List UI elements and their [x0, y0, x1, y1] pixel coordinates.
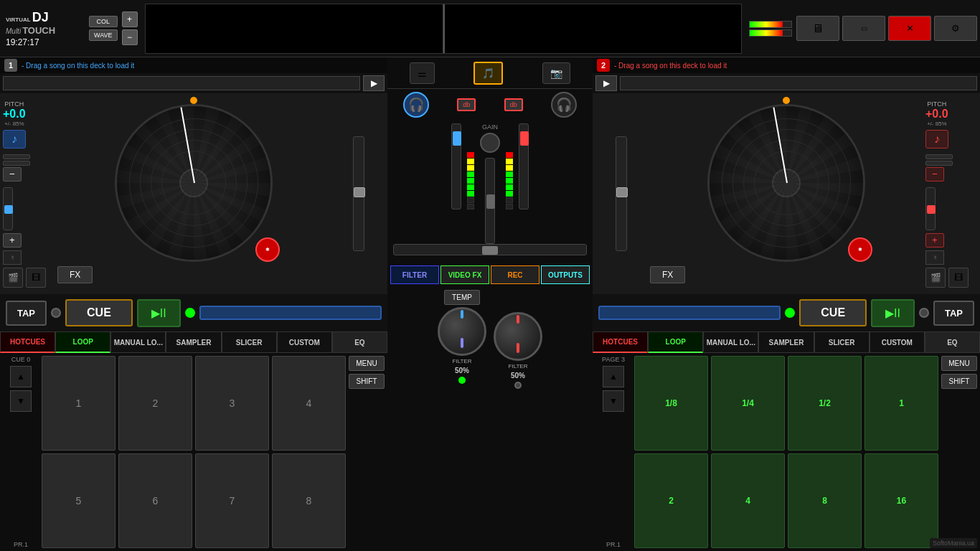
deck2-fx-button[interactable]: FX [650, 266, 685, 283]
window-button[interactable]: ▭ [842, 16, 885, 41]
deck2-tab-loop[interactable]: LOOP [648, 331, 703, 353]
deck1-turntable[interactable] [115, 104, 273, 262]
deck1-pad-2[interactable]: 2 [118, 356, 192, 451]
deck1-pad-7[interactable]: 7 [195, 453, 269, 548]
deck2-loop-pad-1[interactable]: 1 [864, 356, 938, 451]
deck1-play-small-button[interactable]: ▶ [363, 75, 385, 91]
monitor-button[interactable]: 🖥 [796, 16, 839, 41]
deck1-slider-row-2 [3, 161, 30, 166]
deck2-film-button[interactable]: 🎬 [925, 268, 946, 288]
deck1-tab-loop[interactable]: LOOP [55, 331, 110, 353]
deck2-note-button[interactable]: ♪ [925, 130, 948, 149]
deck2-slider-track-1[interactable] [925, 154, 953, 159]
deck2-loop-pad-4[interactable]: 4 [711, 453, 785, 548]
mixer-settings-button[interactable]: ⚌ [410, 62, 435, 84]
deck2-tab-slicer[interactable]: SLICER [814, 331, 870, 353]
deck2-eq-fader-thumb [927, 205, 936, 214]
deck1-loop-button[interactable] [199, 306, 382, 320]
deck2-shift-button[interactable]: SHIFT [941, 374, 977, 389]
deck2-minus-button[interactable]: − [925, 167, 944, 182]
headphone-right-button[interactable]: 🎧 [551, 92, 577, 118]
deck1-tab-manual[interactable]: MANUAL LO... [110, 331, 166, 353]
filter-tab-filter[interactable]: FILTER [390, 265, 439, 284]
gain-knob[interactable] [480, 133, 500, 153]
deck2-vinyl-stop-button[interactable]: ✱ [848, 237, 872, 262]
col-button[interactable]: COL [89, 16, 118, 27]
deck1-pad-6[interactable]: 6 [118, 453, 192, 548]
deck2-menu-button[interactable]: MENU [941, 356, 977, 371]
deck2-cue-button[interactable]: CUE [799, 299, 867, 326]
filter-tab-videofx[interactable]: VIDEO FX [440, 265, 489, 284]
deck2-turntable[interactable] [707, 104, 865, 262]
close-button[interactable]: ✕ [888, 16, 931, 41]
deck1-tap-button[interactable]: TAP [6, 301, 47, 326]
deck2-tab-hotcues[interactable]: HOTCUES [593, 331, 648, 353]
db-right-button[interactable]: db [504, 98, 523, 111]
deck1-play-button[interactable]: ▶II [137, 299, 181, 327]
db-left-button[interactable]: db [457, 98, 476, 111]
mixer-camera-button[interactable]: 📷 [542, 62, 570, 84]
deck1-film2-button[interactable]: 🎞 [26, 268, 46, 288]
deck2-slider-track-2[interactable] [925, 161, 953, 166]
deck2-pitch-fader[interactable] [616, 136, 627, 251]
deck2-play-button[interactable]: ▶II [871, 299, 915, 327]
deck1-pad-3[interactable]: 3 [195, 356, 269, 451]
deck1-slider-track-2[interactable] [3, 161, 30, 166]
deck2-arrow-up-button[interactable]: ▲ [603, 366, 624, 387]
deck2-tab-custom[interactable]: CUSTOM [870, 331, 925, 353]
deck2-tab-sampler[interactable]: SAMPLER [758, 331, 814, 353]
deck1-tab-eq[interactable]: EQ [332, 331, 387, 353]
deck1-pad-4[interactable]: 4 [272, 356, 346, 451]
deck1-tab-slicer[interactable]: SLICER [222, 331, 277, 353]
deck2-eq-fader[interactable] [925, 187, 936, 230]
deck1-arrow-up-button[interactable]: ▲ [10, 366, 32, 387]
deck1-tab-hotcues[interactable]: HOTCUES [0, 331, 55, 353]
deck2-loop-pad-2[interactable]: 2 [634, 453, 708, 548]
headphone-left-button[interactable]: 🎧 [403, 92, 429, 118]
deck1-slider-track-1[interactable] [3, 154, 30, 159]
temp-button[interactable]: TEMP [444, 290, 480, 305]
deck2-loop-pad-16[interactable]: 16 [864, 453, 938, 548]
deck1-tab-sampler[interactable]: SAMPLER [166, 331, 221, 353]
zoom-out-button[interactable]: − [122, 29, 138, 45]
filter-tab-rec[interactable]: REC [491, 265, 540, 284]
deck1-vinyl-stop-button[interactable]: ✱ [255, 237, 280, 262]
deck1-minus-button[interactable]: − [3, 167, 22, 182]
deck2-play-small-button[interactable]: ▶ [595, 75, 617, 91]
wave-button[interactable]: WAVE [89, 29, 118, 41]
channel-right-fader[interactable] [519, 123, 529, 209]
settings-button[interactable]: ⚙ [934, 16, 977, 41]
deck2-tap-button[interactable]: TAP [933, 301, 974, 326]
filter-tab-outputs[interactable]: OUTPUTS [541, 265, 590, 284]
deck1-menu-button[interactable]: MENU [349, 356, 385, 371]
deck2-loop-button[interactable] [598, 306, 781, 320]
deck1-eq-fader[interactable] [3, 187, 13, 230]
deck1-pitch-fader[interactable] [353, 136, 364, 251]
crossfader-track[interactable] [393, 244, 587, 255]
deck2-loop-pad-12[interactable]: 1/2 [788, 356, 862, 451]
deck1-pad-8[interactable]: 8 [272, 453, 346, 548]
deck1-plus-button[interactable]: + [3, 233, 22, 248]
deck2-loop-pad-8[interactable]: 8 [788, 453, 862, 548]
deck1-shift-button[interactable]: SHIFT [349, 374, 385, 389]
gain-fader[interactable] [485, 158, 495, 244]
deck1-tab-custom[interactable]: CUSTOM [277, 331, 332, 353]
deck1-pad-1[interactable]: 1 [42, 356, 116, 451]
deck2-arrow-down-button[interactable]: ▼ [603, 390, 624, 412]
zoom-in-button[interactable]: + [122, 11, 138, 27]
deck2-loop-pad-18[interactable]: 1/8 [634, 356, 708, 451]
deck2-loop-pad-14[interactable]: 1/4 [711, 356, 785, 451]
deck1-arrow-down-button[interactable]: ▼ [10, 390, 32, 412]
deck1-fx-button[interactable]: FX [57, 266, 93, 283]
deck2-tab-manual[interactable]: MANUAL LO... [703, 331, 758, 353]
deck1-film-button[interactable]: 🎬 [3, 268, 23, 288]
logo-virtual: VIRTUAL [6, 17, 31, 23]
deck1-pad-5[interactable]: 5 [42, 453, 116, 548]
deck2-plus-button[interactable]: + [925, 233, 944, 248]
deck2-tab-eq[interactable]: EQ [925, 331, 980, 353]
deck2-film2-button[interactable]: 🎞 [948, 268, 969, 288]
mixer-vinyl-button[interactable]: 🎵 [473, 62, 503, 85]
channel-left-fader[interactable] [451, 123, 461, 209]
deck1-note-button[interactable]: ♪ [3, 130, 26, 149]
deck1-cue-button[interactable]: CUE [65, 299, 133, 326]
